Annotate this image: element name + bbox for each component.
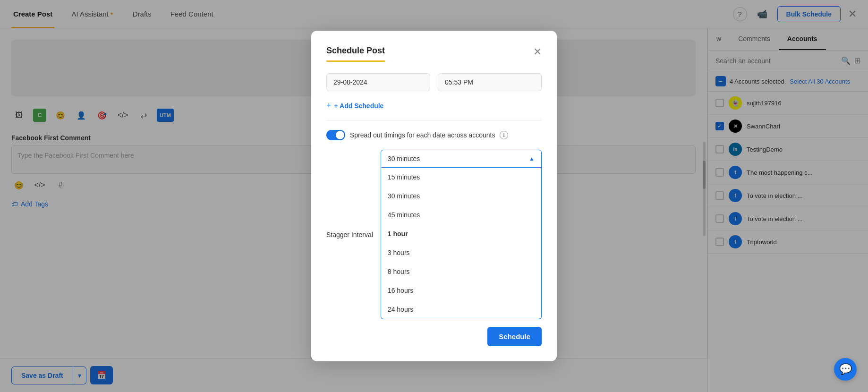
modal-header: Schedule Post ✕ [326, 46, 542, 62]
background-page: Create Post AI Assistant ✦ Drafts Feed C… [0, 0, 868, 392]
option-24hours[interactable]: 24 hours [381, 300, 541, 319]
option-15min[interactable]: 15 minutes [381, 168, 541, 187]
stagger-dropdown: 15 minutes 30 minutes 45 minutes 1 hour … [381, 168, 542, 319]
option-30min[interactable]: 30 minutes [381, 187, 541, 205]
modal-title: Schedule Post [326, 46, 385, 62]
spread-toggle[interactable] [326, 130, 345, 140]
date-time-row [326, 73, 542, 91]
info-icon[interactable]: ℹ [500, 131, 508, 139]
divider [326, 120, 542, 120]
schedule-button[interactable]: Schedule [487, 327, 542, 346]
modal-title-wrapper: Schedule Post [326, 46, 385, 62]
spread-label: Spread out timings for each date across … [350, 131, 495, 139]
option-8hours[interactable]: 8 hours [381, 262, 541, 281]
chat-button[interactable]: 💬 [834, 358, 857, 381]
modal-close-button[interactable]: ✕ [533, 46, 542, 58]
stagger-select: 30 minutes ▲ 15 minutes 30 minutes 45 mi… [381, 150, 542, 319]
chat-icon: 💬 [839, 363, 852, 375]
modal-actions: Schedule [326, 327, 542, 346]
stagger-row: Stagger Interval 30 minutes ▲ 15 minutes… [326, 150, 542, 319]
time-input[interactable] [438, 73, 542, 91]
spread-row: Spread out timings for each date across … [326, 130, 542, 140]
option-1hour[interactable]: 1 hour [381, 224, 541, 243]
schedule-post-modal: Schedule Post ✕ + + Add Schedule Sprea [311, 31, 557, 361]
caret-up-icon: ▲ [529, 155, 535, 162]
toggle-knob [336, 131, 344, 139]
stagger-selected-value: 30 minutes [388, 155, 420, 162]
option-16hours[interactable]: 16 hours [381, 281, 541, 300]
add-schedule-button[interactable]: + + Add Schedule [326, 101, 383, 111]
modal-overlay: Schedule Post ✕ + + Add Schedule Sprea [0, 0, 868, 392]
option-45min[interactable]: 45 minutes [381, 205, 541, 224]
date-input[interactable] [326, 73, 430, 91]
option-3hours[interactable]: 3 hours [381, 243, 541, 262]
plus-icon: + [326, 101, 332, 111]
stagger-select-button[interactable]: 30 minutes ▲ [381, 150, 542, 168]
stagger-label: Stagger Interval [326, 231, 373, 239]
